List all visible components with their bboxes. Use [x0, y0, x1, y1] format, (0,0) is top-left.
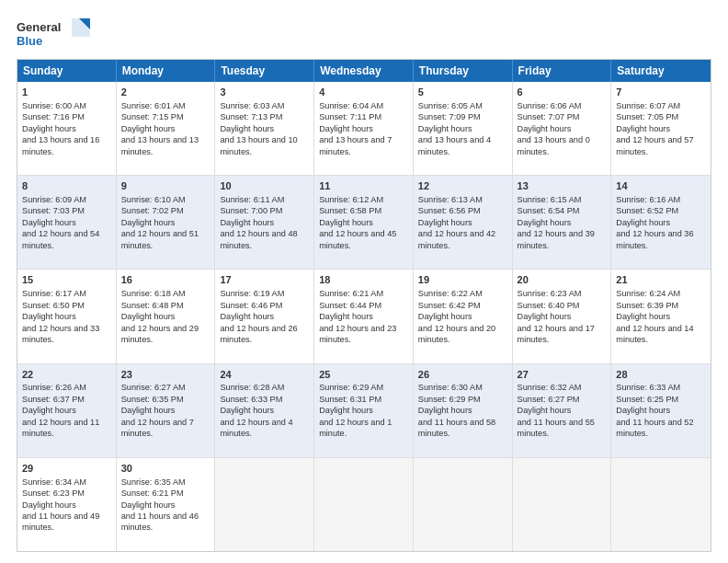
empty-cell — [314, 458, 414, 551]
daylight-label: Daylight hours — [220, 218, 274, 227]
sunset-label: Sunset: 7:00 PM — [220, 206, 282, 215]
day-cell-8: 8Sunrise: 6:09 AMSunset: 7:03 PMDaylight… — [17, 176, 117, 269]
daylight-duration: and 12 hours and 48 minutes. — [220, 229, 297, 249]
day-cell-23: 23Sunrise: 6:27 AMSunset: 6:35 PMDayligh… — [117, 364, 216, 457]
day-number: 6 — [518, 86, 607, 99]
day-number: 3 — [220, 86, 309, 99]
daylight-label: Daylight hours — [121, 218, 176, 227]
sunrise-label: Sunrise: 6:16 AM — [616, 195, 680, 204]
day-cell-11: 11Sunrise: 6:12 AMSunset: 6:58 PMDayligh… — [314, 176, 414, 269]
daylight-label: Daylight hours — [121, 124, 176, 133]
sunset-label: Sunset: 6:58 PM — [319, 206, 381, 215]
day-header-sunday: Sunday — [17, 60, 117, 82]
sunrise-label: Sunrise: 6:04 AM — [319, 101, 383, 110]
daylight-label: Daylight hours — [22, 312, 76, 321]
sunrise-label: Sunrise: 6:06 AM — [518, 101, 582, 110]
daylight-duration: and 13 hours and 7 minutes. — [319, 135, 392, 155]
daylight-label: Daylight hours — [518, 218, 572, 227]
daylight-duration: and 12 hours and 45 minutes. — [319, 229, 396, 249]
sunset-label: Sunset: 6:31 PM — [319, 395, 381, 404]
empty-cell — [215, 458, 314, 551]
daylight-duration: and 12 hours and 7 minutes. — [121, 418, 194, 438]
day-cell-20: 20Sunrise: 6:23 AMSunset: 6:40 PMDayligh… — [513, 270, 612, 362]
sunrise-label: Sunrise: 6:07 AM — [616, 101, 680, 110]
day-cell-22: 22Sunrise: 6:26 AMSunset: 6:37 PMDayligh… — [17, 364, 117, 457]
sunrise-label: Sunrise: 6:00 AM — [22, 101, 86, 110]
daylight-duration: and 12 hours and 20 minutes. — [418, 324, 495, 344]
sunrise-label: Sunrise: 6:05 AM — [418, 101, 483, 110]
day-number: 8 — [22, 179, 111, 193]
day-number: 15 — [22, 273, 111, 287]
daylight-duration: and 11 hours and 55 minutes. — [518, 418, 595, 438]
sunrise-label: Sunrise: 6:28 AM — [220, 383, 284, 392]
sunrise-label: Sunrise: 6:32 AM — [518, 383, 582, 392]
sunrise-label: Sunrise: 6:19 AM — [220, 289, 284, 298]
sunset-label: Sunset: 7:11 PM — [319, 112, 381, 121]
daylight-label: Daylight hours — [319, 406, 373, 415]
day-cell-18: 18Sunrise: 6:21 AMSunset: 6:44 PMDayligh… — [314, 270, 414, 362]
sunrise-label: Sunrise: 6:01 AM — [121, 101, 186, 110]
sunrise-label: Sunrise: 6:17 AM — [22, 289, 86, 298]
calendar-row-0: 1Sunrise: 6:00 AMSunset: 7:16 PMDaylight… — [17, 82, 711, 176]
daylight-label: Daylight hours — [121, 406, 176, 415]
sunrise-label: Sunrise: 6:24 AM — [616, 289, 680, 298]
day-number: 21 — [616, 273, 706, 287]
day-cell-30: 30Sunrise: 6:35 AMSunset: 6:21 PMDayligh… — [117, 458, 216, 551]
sunset-label: Sunset: 7:16 PM — [22, 112, 85, 121]
day-cell-26: 26Sunrise: 6:30 AMSunset: 6:29 PMDayligh… — [414, 364, 513, 457]
day-number: 26 — [418, 368, 507, 382]
day-cell-13: 13Sunrise: 6:15 AMSunset: 6:54 PMDayligh… — [513, 176, 612, 269]
daylight-label: Daylight hours — [319, 312, 373, 321]
daylight-duration: and 12 hours and 51 minutes. — [121, 229, 199, 249]
daylight-label: Daylight hours — [616, 124, 670, 133]
sunset-label: Sunset: 6:40 PM — [518, 301, 580, 310]
day-cell-25: 25Sunrise: 6:29 AMSunset: 6:31 PMDayligh… — [314, 364, 414, 457]
header: GeneralBlue — [17, 17, 711, 50]
sunset-label: Sunset: 6:29 PM — [418, 395, 481, 404]
sunset-label: Sunset: 6:56 PM — [418, 206, 481, 215]
day-number: 2 — [121, 86, 210, 99]
sunset-label: Sunset: 6:42 PM — [418, 301, 481, 310]
empty-cell — [513, 458, 612, 551]
daylight-label: Daylight hours — [22, 124, 76, 133]
day-number: 16 — [121, 273, 210, 287]
sunset-label: Sunset: 6:27 PM — [518, 395, 580, 404]
calendar-row-4: 29Sunrise: 6:34 AMSunset: 6:23 PMDayligh… — [17, 458, 711, 551]
daylight-duration: and 13 hours and 0 minutes. — [518, 135, 590, 155]
daylight-duration: and 12 hours and 29 minutes. — [121, 324, 199, 344]
daylight-duration: and 12 hours and 42 minutes. — [418, 229, 495, 249]
day-header-friday: Friday — [513, 60, 612, 82]
sunset-label: Sunset: 7:02 PM — [121, 206, 184, 215]
calendar: SundayMondayTuesdayWednesdayThursdayFrid… — [17, 59, 711, 552]
day-cell-6: 6Sunrise: 6:06 AMSunset: 7:07 PMDaylight… — [513, 82, 612, 175]
day-number: 28 — [616, 368, 706, 382]
day-cell-27: 27Sunrise: 6:32 AMSunset: 6:27 PMDayligh… — [513, 364, 612, 457]
logo: GeneralBlue — [17, 17, 90, 50]
sunset-label: Sunset: 6:44 PM — [319, 301, 381, 310]
day-number: 23 — [121, 368, 210, 382]
page: GeneralBlue SundayMondayTuesdayWednesday… — [0, 0, 728, 563]
daylight-label: Daylight hours — [121, 312, 176, 321]
daylight-label: Daylight hours — [22, 500, 76, 510]
daylight-label: Daylight hours — [418, 406, 472, 415]
day-number: 22 — [22, 368, 111, 382]
sunrise-label: Sunrise: 6:27 AM — [121, 383, 186, 392]
day-cell-24: 24Sunrise: 6:28 AMSunset: 6:33 PMDayligh… — [215, 364, 314, 457]
day-cell-17: 17Sunrise: 6:19 AMSunset: 6:46 PMDayligh… — [215, 270, 314, 362]
day-cell-19: 19Sunrise: 6:22 AMSunset: 6:42 PMDayligh… — [414, 270, 513, 362]
day-number: 4 — [319, 86, 408, 99]
day-number: 14 — [616, 179, 706, 193]
sunrise-label: Sunrise: 6:35 AM — [121, 477, 186, 487]
daylight-label: Daylight hours — [121, 500, 176, 510]
day-number: 1 — [22, 86, 111, 99]
sunrise-label: Sunrise: 6:10 AM — [121, 195, 186, 204]
sunset-label: Sunset: 6:52 PM — [616, 206, 678, 215]
daylight-duration: and 11 hours and 52 minutes. — [616, 418, 693, 438]
sunrise-label: Sunrise: 6:26 AM — [22, 383, 86, 392]
empty-cell — [611, 458, 711, 551]
day-number: 25 — [319, 368, 408, 382]
day-header-saturday: Saturday — [611, 60, 711, 82]
day-number: 20 — [518, 273, 607, 287]
daylight-duration: and 12 hours and 36 minutes. — [616, 229, 693, 249]
sunrise-label: Sunrise: 6:30 AM — [418, 383, 483, 392]
